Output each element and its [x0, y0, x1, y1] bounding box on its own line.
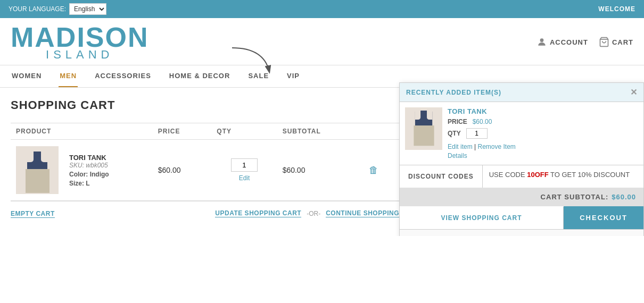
main-content: SHOPPING CART PRODUCT PRICE QTY SUBTOTAL — [0, 88, 644, 236]
mini-cart-qty-row: QTY — [448, 128, 638, 139]
product-color: Color: Indigo — [69, 171, 147, 178]
mini-cart-links: Edit item | Remove Item — [448, 143, 638, 150]
cart-actions: EMPTY CART UPDATE SHOPPING CART -OR- CON… — [11, 201, 399, 225]
cart-actions-right: UPDATE SHOPPING CART -OR- CONTINUE SHOPP… — [215, 209, 399, 217]
promo-prefix: USE CODE — [489, 171, 527, 179]
qty-input[interactable] — [231, 158, 258, 172]
svg-point-0 — [540, 38, 544, 42]
promo-code: 10OFF — [527, 171, 548, 179]
mini-cart-price-row: PRICE $60.00 — [448, 118, 638, 125]
nav-link-women[interactable]: WOMEN — [11, 65, 43, 86]
continue-shopping-link[interactable]: CONTINUE SHOPPING — [326, 209, 399, 217]
header: MADISON ISLAND ACCOUNT CART — [0, 18, 644, 61]
product-sku: SKU: wbk005 — [69, 162, 147, 169]
table-row: TORI TANK SKU: wbk005 Color: Indigo Size… — [11, 140, 399, 201]
checkout-row: VIEW SHOPPING CART CHECKOUT — [400, 206, 643, 229]
nav-link-vip[interactable]: VIP — [286, 65, 301, 86]
logo[interactable]: MADISON ISLAND — [11, 23, 149, 61]
cart-subtotal-amount: $60.00 — [612, 193, 636, 201]
item-price: $60.00 — [153, 140, 212, 201]
shipping-section: ESTIMATE SHIPPING A... COUNTRY* United S… — [400, 229, 643, 236]
language-select[interactable]: English — [69, 3, 106, 15]
item-subtotal: $60.00 — [277, 140, 364, 201]
edit-link[interactable]: Edit — [217, 174, 271, 182]
cart-icon — [599, 37, 609, 47]
update-cart-link[interactable]: UPDATE SHOPPING CART — [215, 209, 301, 217]
mini-cart-details-link[interactable]: Details — [448, 152, 638, 159]
nav-item-men[interactable]: MEN — [59, 65, 78, 87]
empty-cart-link[interactable]: EMPTY CART — [11, 210, 55, 218]
edit-item-link[interactable]: Edit item — [448, 143, 473, 150]
nav-link-home-decor[interactable]: HOME & DECOR — [168, 65, 232, 86]
mini-cart-close-button[interactable]: ✕ — [630, 87, 637, 97]
mini-cart-popup: RECENTLY ADDED ITEM(S) ✕ TORI TANK PRICE… — [399, 82, 644, 236]
account-label: ACCOUNT — [550, 38, 588, 46]
col-subtotal: SUBTOTAL — [277, 123, 364, 140]
logo-line1: MADISON — [11, 23, 149, 51]
cart-table: PRODUCT PRICE QTY SUBTOTAL T — [11, 123, 399, 201]
header-right: ACCOUNT CART — [536, 37, 633, 47]
or-text: -OR- — [307, 210, 320, 217]
product-size: Size: L — [69, 180, 147, 187]
top-bar: YOUR LANGUAGE: English WELCOME — [0, 0, 644, 18]
widget-bubble-arrow — [227, 45, 275, 74]
mini-cart-qty-input[interactable] — [466, 128, 488, 139]
nav-link-accessories[interactable]: ACCESSORIES — [94, 65, 152, 86]
price-label: PRICE — [448, 118, 467, 125]
discount-row: DISCOUNT CODES USE CODE 10OFF TO GET 10%… — [400, 165, 643, 188]
mini-cart-header-title: RECENTLY ADDED ITEM(S) — [406, 89, 501, 96]
remove-item-link[interactable]: Remove Item — [477, 143, 515, 150]
cart-label: CART — [612, 38, 633, 46]
discount-promo: USE CODE 10OFF TO GET 10% DISCOUNT — [483, 165, 643, 188]
mini-cart-item-details: TORI TANK PRICE $60.00 QTY Edit item | R… — [448, 107, 638, 159]
discount-codes-button[interactable]: DISCOUNT CODES — [400, 165, 483, 188]
mini-cart-price: $60.00 — [473, 118, 492, 125]
promo-suffix: TO GET 10% DISCOUNT — [549, 171, 630, 179]
account-icon — [536, 37, 547, 47]
nav-item-home-decor[interactable]: HOME & DECOR — [168, 65, 232, 87]
nav-item-accessories[interactable]: ACCESSORIES — [94, 65, 152, 87]
mini-cart-body: TORI TANK PRICE $60.00 QTY Edit item | R… — [400, 102, 643, 165]
col-product: PRODUCT — [11, 123, 153, 140]
empty-cart-area: EMPTY CART — [11, 209, 55, 217]
cart-subtotal-row: CART SUBTOTAL: $60.00 — [400, 188, 643, 206]
welcome-text: WELCOME — [598, 5, 635, 13]
account-link[interactable]: ACCOUNT — [536, 37, 588, 47]
view-cart-button[interactable]: VIEW SHOPPING CART — [400, 207, 564, 229]
product-image — [16, 146, 59, 194]
delete-icon[interactable]: 🗑 — [369, 165, 378, 175]
language-area: YOUR LANGUAGE: English — [9, 3, 106, 15]
mini-cart-header: RECENTLY ADDED ITEM(S) ✕ — [400, 83, 643, 102]
mini-cart-item-image — [405, 107, 442, 150]
mini-cart-item-name: TORI TANK — [448, 107, 638, 115]
cart-link[interactable]: CART — [599, 37, 633, 47]
col-price: PRICE — [153, 123, 212, 140]
nav-item-women[interactable]: WOMEN — [11, 65, 43, 87]
checkout-button[interactable]: CHECKOUT — [564, 206, 643, 229]
nav-item-vip[interactable]: VIP — [286, 65, 301, 87]
cart-subtotal-label: CART SUBTOTAL: — [541, 193, 609, 201]
qty-label: QTY — [448, 130, 461, 137]
col-qty: QTY — [211, 123, 277, 140]
product-name: TORI TANK — [69, 154, 147, 162]
language-label: YOUR LANGUAGE: — [9, 5, 66, 13]
nav-link-men[interactable]: MEN — [59, 65, 78, 87]
